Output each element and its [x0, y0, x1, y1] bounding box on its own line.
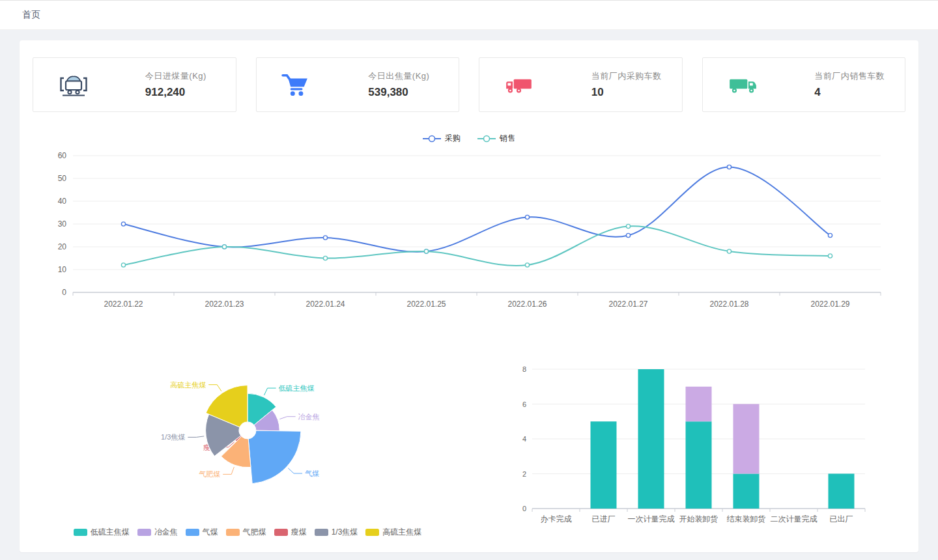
svg-text:高硫主焦煤: 高硫主焦煤 — [170, 381, 206, 389]
stat-card-sales-trucks: 当前厂内销售车数 4 — [702, 57, 906, 112]
svg-text:20: 20 — [58, 242, 67, 251]
line-chart-legend: 采购销售 — [33, 133, 905, 144]
svg-text:8: 8 — [522, 365, 526, 373]
breadcrumb[interactable]: 首页 — [22, 9, 40, 21]
svg-text:气煤: 气煤 — [305, 469, 319, 477]
svg-text:4: 4 — [522, 435, 526, 443]
stat-cards-row: 今日进煤量(Kg) 912,240 今日出焦量(Kg) 539,380 — [33, 57, 905, 112]
stat-card-value: 539,380 — [368, 86, 446, 99]
svg-text:二次计量完成: 二次计量完成 — [771, 514, 817, 524]
stat-card-label: 今日进煤量(Kg) — [145, 70, 223, 82]
stat-card-value: 10 — [591, 86, 669, 99]
svg-text:2022.01.25: 2022.01.25 — [406, 300, 446, 309]
svg-text:已出厂: 已出厂 — [830, 514, 853, 524]
pie-legend-item-冶金焦[interactable]: 冶金焦 — [137, 527, 178, 538]
stat-card-label: 当前厂内采购车数 — [591, 70, 669, 82]
legend-swatch-icon — [315, 529, 328, 536]
svg-text:40: 40 — [58, 197, 67, 206]
bar-chart-canvas: 02468办卡完成已进厂一次计量完成开始装卸货结束装卸货二次计量完成已出厂 — [505, 360, 873, 538]
svg-text:50: 50 — [58, 174, 67, 183]
pie-legend-item-高硫主焦煤[interactable]: 高硫主焦煤 — [365, 527, 421, 538]
pie-legend-item-低硫主焦煤[interactable]: 低硫主焦煤 — [74, 527, 130, 538]
pie-chart-legend: 低硫主焦煤冶金焦气煤气肥煤瘦煤1/3焦煤高硫主焦煤 — [74, 527, 422, 538]
line-legend-item-采购[interactable]: 采购 — [423, 133, 461, 144]
stat-card-coal-in: 今日进煤量(Kg) 912,240 — [33, 57, 236, 112]
svg-text:冶金焦: 冶金焦 — [298, 413, 320, 421]
pie-legend-item-气煤[interactable]: 气煤 — [186, 527, 218, 538]
shopping-cart-icon — [281, 72, 318, 97]
bar-chart-section: 02468办卡完成已进厂一次计量完成开始装卸货结束装卸货二次计量完成已出厂 — [456, 360, 899, 538]
pie-legend-item-瘦煤[interactable]: 瘦煤 — [274, 527, 307, 538]
legend-swatch-icon — [186, 529, 199, 536]
stat-card-label: 当前厂内销售车数 — [814, 70, 892, 82]
svg-text:一次计量完成: 一次计量完成 — [628, 514, 675, 524]
stat-card-label: 今日出焦量(Kg) — [368, 70, 446, 82]
legend-swatch-icon — [74, 529, 87, 536]
svg-text:2022.01.28: 2022.01.28 — [709, 300, 748, 309]
pie-chart-canvas: 低硫主焦煤冶金焦气煤气肥煤瘦煤1/3焦煤高硫主焦煤 — [91, 360, 404, 518]
svg-text:2022.01.23: 2022.01.23 — [205, 300, 244, 309]
line-legend-item-销售[interactable]: 销售 — [477, 133, 515, 144]
svg-text:2022.01.29: 2022.01.29 — [810, 300, 849, 309]
stat-card-coke-out: 今日出焦量(Kg) 539,380 — [256, 57, 460, 112]
svg-text:0: 0 — [62, 288, 66, 297]
svg-text:气肥煤: 气肥煤 — [199, 470, 220, 478]
stat-card-value: 4 — [814, 86, 892, 99]
legend-swatch-icon — [137, 529, 151, 536]
svg-text:10: 10 — [58, 265, 67, 274]
pie-legend-item-1/3焦煤[interactable]: 1/3焦煤 — [315, 527, 358, 538]
dashboard-panel: 今日进煤量(Kg) 912,240 今日出焦量(Kg) 539,380 — [20, 40, 918, 552]
svg-text:6: 6 — [522, 400, 526, 408]
truck-left-icon — [504, 74, 541, 96]
bottom-charts-row: 低硫主焦煤冶金焦气煤气肥煤瘦煤1/3焦煤高硫主焦煤 低硫主焦煤冶金焦气煤气肥煤瘦… — [33, 360, 905, 538]
stat-card-value: 912,240 — [145, 86, 223, 99]
legend-swatch-icon — [274, 529, 288, 536]
coal-cart-icon — [58, 72, 94, 98]
truck-right-icon — [728, 74, 764, 96]
svg-text:30: 30 — [58, 219, 67, 229]
pie-chart-section: 低硫主焦煤冶金焦气煤气肥煤瘦煤1/3焦煤高硫主焦煤 低硫主焦煤冶金焦气煤气肥煤瘦… — [39, 360, 456, 538]
stat-card-purchase-trucks: 当前厂内采购车数 10 — [479, 57, 683, 112]
svg-text:低硫主焦煤: 低硫主焦煤 — [279, 384, 315, 392]
line-chart-section: 采购销售 01020304050602022.01.222022.01.2320… — [33, 133, 905, 320]
line-series-symbol-icon — [423, 135, 441, 143]
svg-text:开始装卸货: 开始装卸货 — [679, 514, 718, 524]
line-chart-canvas: 01020304050602022.01.222022.01.232022.01… — [33, 147, 905, 320]
svg-text:0: 0 — [522, 505, 526, 512]
svg-text:2022.01.26: 2022.01.26 — [507, 300, 547, 309]
line-series-symbol-icon — [477, 135, 496, 143]
svg-text:1/3焦煤: 1/3焦煤 — [161, 433, 185, 441]
svg-text:已进厂: 已进厂 — [592, 514, 616, 524]
top-bar: 首页 — [0, 0, 938, 30]
legend-swatch-icon — [365, 529, 379, 536]
pie-legend-item-气肥煤[interactable]: 气肥煤 — [226, 527, 266, 538]
svg-text:60: 60 — [58, 151, 67, 160]
svg-text:2022.01.22: 2022.01.22 — [104, 300, 143, 309]
svg-text:2022.01.27: 2022.01.27 — [608, 300, 647, 309]
legend-swatch-icon — [226, 529, 240, 536]
svg-text:2022.01.24: 2022.01.24 — [306, 300, 345, 309]
svg-text:2: 2 — [522, 470, 526, 478]
svg-text:办卡完成: 办卡完成 — [541, 514, 572, 524]
svg-text:结束装卸货: 结束装卸货 — [727, 514, 766, 524]
